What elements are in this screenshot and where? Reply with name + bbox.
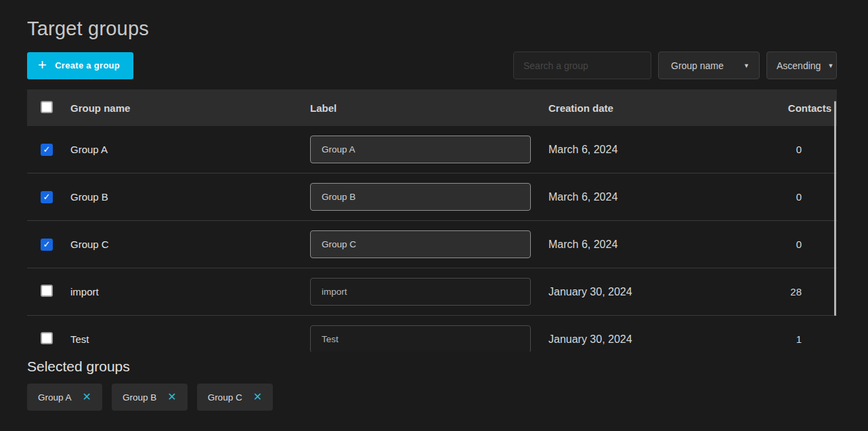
creation-date-cell: March 6, 2024 <box>548 239 772 251</box>
label-input[interactable] <box>310 278 531 306</box>
page-title: Target groups <box>27 0 837 40</box>
chip-label: Group B <box>123 392 156 403</box>
check-icon: ✓ <box>43 240 51 249</box>
selected-group-chip: Group B ✕ <box>112 384 188 411</box>
column-header-contacts: Contacts <box>772 102 837 114</box>
target-groups-page: Target groups + Create a group Group nam… <box>27 0 837 411</box>
vertical-scrollbar[interactable] <box>834 101 836 316</box>
close-icon[interactable]: ✕ <box>83 392 91 403</box>
table-row: ✓ Group A March 6, 2024 0 <box>27 126 837 173</box>
plus-icon: + <box>38 58 47 73</box>
row-checkbox[interactable]: ✓ <box>41 144 53 156</box>
contacts-cell: 0 <box>772 144 837 155</box>
group-name-cell: Group A <box>70 144 310 155</box>
groups-table: ✓ Group name Label Creation date Contact… <box>27 89 837 352</box>
table-header: ✓ Group name Label Creation date Contact… <box>27 89 837 126</box>
selected-group-chip: Group A ✕ <box>27 384 102 411</box>
creation-date-cell: January 30, 2024 <box>548 286 772 298</box>
creation-date-cell: March 6, 2024 <box>548 144 772 156</box>
row-checkbox[interactable]: ✓ <box>41 285 53 297</box>
close-icon[interactable]: ✕ <box>253 392 262 403</box>
sort-field-select[interactable]: Group name ▼ <box>658 52 760 79</box>
chevron-down-icon: ▼ <box>743 62 750 69</box>
check-icon: ✓ <box>43 145 51 154</box>
label-input[interactable] <box>310 136 531 163</box>
close-icon[interactable]: ✕ <box>167 392 176 403</box>
selected-groups-chips: Group A ✕ Group B ✕ Group C ✕ <box>27 384 837 411</box>
toolbar: + Create a group Group name ▼ Ascending … <box>27 52 837 79</box>
label-input[interactable] <box>310 230 531 258</box>
toolbar-filters: Group name ▼ Ascending ▼ <box>513 52 837 79</box>
group-name-cell: Test <box>70 333 310 345</box>
contacts-cell: 0 <box>772 191 837 203</box>
contacts-cell: 1 <box>772 333 837 345</box>
group-name-cell: Group C <box>70 239 310 250</box>
sort-field-value: Group name <box>671 60 724 71</box>
check-icon: ✓ <box>43 192 51 201</box>
label-input[interactable] <box>310 183 531 211</box>
chip-label: Group A <box>38 392 72 403</box>
row-checkbox[interactable]: ✓ <box>41 191 53 203</box>
contacts-cell: 28 <box>772 286 837 297</box>
selected-group-chip: Group C ✕ <box>197 384 273 411</box>
sort-order-select[interactable]: Ascending ▼ <box>766 52 837 79</box>
table-row: ✓ Test January 30, 2024 1 <box>27 316 837 352</box>
table-row: ✓ Group B March 6, 2024 0 <box>27 173 837 221</box>
row-checkbox[interactable]: ✓ <box>41 332 53 344</box>
creation-date-cell: March 6, 2024 <box>548 191 772 203</box>
column-header-creation-date: Creation date <box>548 102 772 114</box>
column-header-group-name: Group name <box>70 102 310 114</box>
selected-groups-title: Selected groups <box>27 358 837 375</box>
contacts-cell: 0 <box>772 239 837 250</box>
table-row: ✓ import January 30, 2024 28 <box>27 268 837 316</box>
group-name-cell: import <box>70 286 310 297</box>
column-header-label: Label <box>310 102 548 114</box>
chip-label: Group C <box>208 392 242 403</box>
group-name-cell: Group B <box>70 191 310 203</box>
create-group-button[interactable]: + Create a group <box>27 52 133 79</box>
search-input[interactable] <box>513 52 651 79</box>
table-row: ✓ Group C March 6, 2024 0 <box>27 221 837 268</box>
creation-date-cell: January 30, 2024 <box>548 333 772 346</box>
create-group-button-label: Create a group <box>55 60 120 70</box>
label-input[interactable] <box>310 325 531 352</box>
chevron-down-icon: ▼ <box>827 62 833 69</box>
select-all-checkbox[interactable]: ✓ <box>41 101 53 113</box>
row-checkbox[interactable]: ✓ <box>41 239 53 251</box>
sort-order-value: Ascending <box>777 60 821 71</box>
